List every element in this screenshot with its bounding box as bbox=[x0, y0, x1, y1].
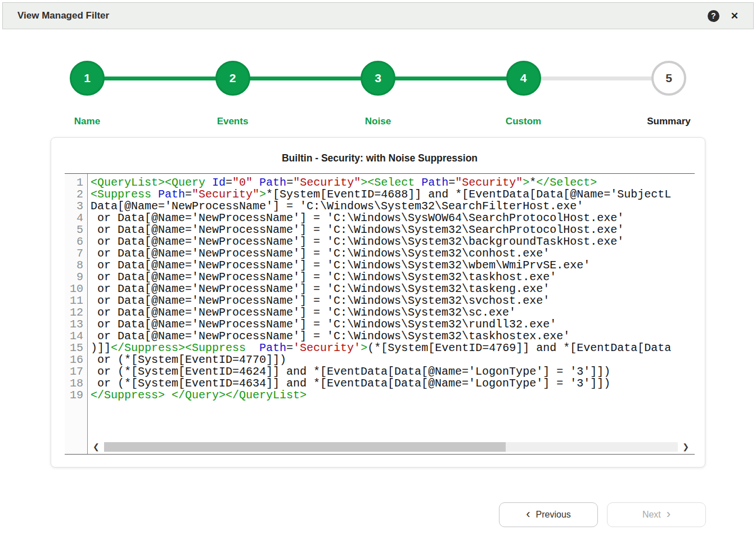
line-numbers: 12345678910111213141516171819 bbox=[65, 174, 88, 454]
line-number: 18 bbox=[65, 377, 83, 389]
code-line: or Data[@Name='NewProcessName'] = 'C:\Wi… bbox=[91, 212, 695, 224]
code-line: or Data[@Name='NewProcessName'] = 'C:\Wi… bbox=[91, 271, 695, 283]
code-line: or Data[@Name='NewProcessName'] = 'C:\Wi… bbox=[91, 330, 695, 342]
dialog-title: View Managed Filter bbox=[17, 10, 109, 21]
scroll-right-icon[interactable]: ❯ bbox=[678, 442, 694, 451]
step-label: Custom bbox=[506, 116, 541, 127]
previous-button[interactable]: ‹ Previous bbox=[499, 502, 598, 527]
line-number: 4 bbox=[65, 212, 83, 224]
next-button[interactable]: Next › bbox=[607, 502, 706, 527]
line-number: 14 bbox=[65, 330, 83, 342]
line-number: 5 bbox=[65, 224, 83, 236]
step-circle[interactable]: 5 bbox=[651, 61, 686, 96]
line-number: 10 bbox=[65, 283, 83, 295]
line-number: 6 bbox=[65, 236, 83, 248]
code-line: <Suppress Path="Security">*[System[Event… bbox=[91, 188, 695, 200]
step-circle[interactable]: 3 bbox=[361, 61, 395, 96]
horizontal-scrollbar[interactable]: ❮ ❯ bbox=[88, 441, 694, 452]
query-viewer: 12345678910111213141516171819 <QueryList… bbox=[65, 173, 695, 455]
code-line: or Data[@Name='NewProcessName'] = 'C:\Wi… bbox=[91, 283, 695, 295]
wizard-footer: ‹ Previous Next › bbox=[499, 502, 706, 527]
line-number: 16 bbox=[65, 354, 83, 366]
code-line: or Data[@Name='NewProcessName'] = 'C:\Wi… bbox=[91, 259, 695, 271]
code-line: or Data[@Name='NewProcessName'] = 'C:\Wi… bbox=[91, 236, 695, 248]
line-number: 15 bbox=[65, 342, 83, 354]
line-number: 19 bbox=[65, 389, 83, 401]
step-label: Name bbox=[74, 116, 100, 127]
code-line: )]]</Suppress><Suppress Path='Security'>… bbox=[91, 342, 695, 354]
step-label: Noise bbox=[365, 116, 391, 127]
line-number: 3 bbox=[65, 200, 83, 212]
line-number: 2 bbox=[65, 188, 83, 200]
scroll-left-icon[interactable]: ❮ bbox=[88, 442, 104, 451]
view-managed-filter-dialog: View Managed Filter ? ✕ 1 Name 2 Events … bbox=[0, 2, 756, 467]
step-circle[interactable]: 4 bbox=[506, 61, 541, 96]
stepper-track-progress bbox=[87, 77, 524, 80]
code-line: or Data[@Name='NewProcessName'] = 'C:\Wi… bbox=[91, 224, 695, 236]
line-number: 1 bbox=[65, 177, 83, 188]
line-number: 12 bbox=[65, 307, 83, 318]
code-line: or Data[@Name='NewProcessName'] = 'C:\Wi… bbox=[91, 248, 695, 259]
code-line: or (*[System[EventID=4634]] and *[EventD… bbox=[91, 377, 695, 389]
wizard-stepper: 1 Name 2 Events 3 Noise 4 Custom 5 Summa… bbox=[51, 61, 705, 127]
stepper-step-summary[interactable]: 5 Summary bbox=[644, 61, 694, 127]
code-lines: <QueryList><Query Id="0" Path="Security"… bbox=[88, 174, 695, 454]
scrollbar-thumb[interactable] bbox=[104, 442, 506, 452]
code-line: or (*[System[EventID=4624]] and *[EventD… bbox=[91, 366, 695, 377]
stepper-step-events[interactable]: 2 Events bbox=[208, 61, 258, 127]
step-circle[interactable]: 1 bbox=[70, 61, 105, 96]
filter-title: Builtin - Security: with Noise Suppressi… bbox=[65, 152, 695, 164]
next-button-label: Next bbox=[642, 510, 661, 520]
step-circle[interactable]: 2 bbox=[215, 61, 250, 96]
chevron-right-icon: › bbox=[667, 508, 670, 520]
stepper-step-noise[interactable]: 3 Noise bbox=[353, 61, 403, 127]
dialog-titlebar: View Managed Filter ? ✕ bbox=[2, 2, 754, 29]
stepper-step-custom[interactable]: 4 Custom bbox=[498, 61, 549, 127]
scrollbar-track[interactable] bbox=[104, 442, 678, 452]
line-number: 7 bbox=[65, 248, 83, 259]
filter-card: Builtin - Security: with Noise Suppressi… bbox=[51, 137, 705, 467]
chevron-left-icon: ‹ bbox=[526, 508, 530, 520]
previous-button-label: Previous bbox=[536, 510, 571, 520]
code-line: or (*[System[EventID=4770]]) bbox=[91, 354, 695, 366]
code-line: or Data[@Name='NewProcessName'] = 'C:\Wi… bbox=[91, 318, 695, 330]
code-line: Data[@Name='NewProcessName'] = 'C:\Windo… bbox=[91, 200, 695, 212]
step-label: Summary bbox=[647, 116, 690, 127]
line-number: 8 bbox=[65, 259, 83, 271]
line-number: 13 bbox=[65, 318, 83, 330]
titlebar-actions: ? ✕ bbox=[708, 10, 739, 22]
close-icon[interactable]: ✕ bbox=[731, 11, 739, 21]
line-number: 11 bbox=[65, 295, 83, 307]
line-number: 9 bbox=[65, 271, 83, 283]
line-number: 17 bbox=[65, 366, 83, 377]
step-label: Events bbox=[217, 116, 249, 127]
stepper-step-name[interactable]: 1 Name bbox=[62, 61, 112, 127]
code-line: <QueryList><Query Id="0" Path="Security"… bbox=[91, 177, 695, 188]
code-line: or Data[@Name='NewProcessName'] = 'C:\Wi… bbox=[91, 307, 695, 318]
code-line: </Suppress> </Query></QueryList> bbox=[91, 389, 695, 401]
help-icon[interactable]: ? bbox=[708, 10, 719, 22]
code-line: or Data[@Name='NewProcessName'] = 'C:\Wi… bbox=[91, 295, 695, 307]
